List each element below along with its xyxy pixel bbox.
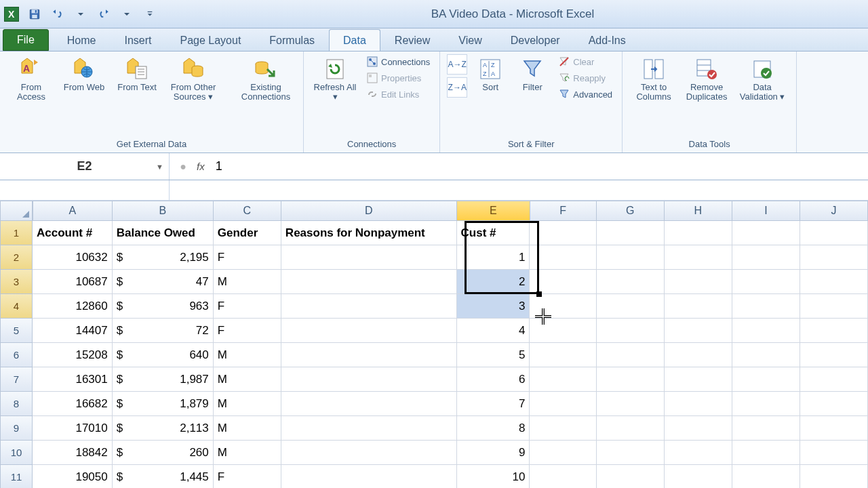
cell[interactable] — [597, 465, 665, 488]
clear-button[interactable]: Clear — [555, 54, 615, 69]
cell[interactable]: $640 — [113, 343, 214, 367]
name-box[interactable]: E2▼ — [0, 153, 170, 180]
header-reasons[interactable]: Reasons for Nonpayment — [281, 221, 457, 245]
column-header-C[interactable]: C — [214, 201, 281, 221]
cell[interactable] — [665, 245, 732, 270]
formula-input[interactable] — [212, 157, 868, 176]
remove-duplicates-button[interactable]: Remove Duplicates — [682, 54, 731, 103]
cell[interactable] — [597, 416, 665, 441]
cell[interactable]: 3 — [457, 294, 530, 319]
cell[interactable]: $1,445 — [113, 465, 214, 488]
connections-button[interactable]: Connections — [363, 54, 433, 69]
cell[interactable] — [800, 441, 868, 465]
cell[interactable] — [665, 343, 732, 367]
cell[interactable]: M — [214, 392, 281, 416]
cell[interactable] — [281, 367, 457, 392]
existing-connections-button[interactable]: Existing Connections — [235, 54, 296, 103]
row-header[interactable]: 1 — [0, 221, 33, 245]
cell[interactable] — [597, 367, 665, 392]
cell[interactable] — [530, 270, 596, 294]
cell[interactable] — [732, 465, 800, 488]
sort-button[interactable]: AZZA Sort — [471, 54, 509, 94]
cell[interactable] — [800, 245, 868, 270]
cell[interactable]: 12860 — [33, 294, 113, 319]
cell[interactable]: $72 — [113, 319, 214, 343]
cell[interactable]: F — [214, 245, 281, 270]
cell[interactable] — [597, 294, 665, 319]
cell[interactable]: M — [214, 441, 281, 465]
cell[interactable]: 9 — [457, 441, 530, 465]
cell[interactable] — [530, 245, 596, 270]
cell[interactable]: 10632 — [33, 245, 113, 270]
row-header[interactable]: 4 — [0, 294, 33, 319]
tab-home[interactable]: Home — [53, 29, 111, 51]
cell[interactable]: 16682 — [33, 392, 113, 416]
reapply-button[interactable]: Reapply — [555, 70, 615, 85]
column-header-B[interactable]: B — [113, 201, 214, 221]
tab-page-layout[interactable]: Page Layout — [165, 29, 255, 51]
row-header[interactable]: 5 — [0, 319, 33, 343]
cell[interactable] — [281, 294, 457, 319]
cell[interactable] — [665, 441, 732, 465]
row-header[interactable]: 7 — [0, 367, 33, 392]
sort-az-button[interactable]: A→Z — [447, 54, 467, 75]
cell[interactable] — [800, 319, 868, 343]
qat-customize[interactable] — [140, 5, 159, 23]
tab-formulas[interactable]: Formulas — [255, 29, 329, 51]
cell[interactable] — [530, 392, 596, 416]
row-header[interactable]: 8 — [0, 392, 33, 416]
cell[interactable]: 4 — [457, 319, 530, 343]
cell[interactable] — [597, 245, 665, 270]
cell[interactable] — [800, 416, 868, 441]
cell[interactable] — [281, 245, 457, 270]
cell[interactable] — [281, 319, 457, 343]
column-header-E[interactable]: E — [457, 201, 530, 221]
tab-data[interactable]: Data — [329, 29, 380, 51]
cell[interactable] — [597, 270, 665, 294]
column-header-J[interactable]: J — [800, 201, 868, 221]
select-all-corner[interactable] — [0, 201, 33, 221]
cell[interactable]: 15208 — [33, 343, 113, 367]
fill-handle[interactable] — [536, 291, 542, 297]
cell[interactable] — [665, 270, 732, 294]
cell[interactable] — [281, 343, 457, 367]
cell[interactable]: 6 — [457, 367, 530, 392]
cell[interactable]: F — [214, 465, 281, 488]
edit-links-button[interactable]: Edit Links — [363, 87, 433, 102]
cell[interactable]: 14407 — [33, 319, 113, 343]
cell[interactable]: $1,987 — [113, 367, 214, 392]
cell[interactable]: F — [214, 319, 281, 343]
text-to-columns-button[interactable]: Text to Columns — [629, 54, 678, 103]
column-header-G[interactable]: G — [597, 201, 665, 221]
cell[interactable] — [732, 245, 800, 270]
cell[interactable]: M — [214, 416, 281, 441]
row-header[interactable]: 11 — [0, 465, 33, 488]
column-header-D[interactable]: D — [281, 201, 457, 221]
cell[interactable]: 1 — [457, 245, 530, 270]
cell[interactable] — [530, 441, 596, 465]
column-header-A[interactable]: A — [33, 201, 113, 221]
cell[interactable] — [597, 392, 665, 416]
cell[interactable]: 19050 — [33, 465, 113, 488]
from-web-button[interactable]: From Web — [60, 54, 108, 94]
cell[interactable] — [530, 416, 596, 441]
from-access-button[interactable]: A From Access — [7, 54, 56, 103]
cell[interactable]: M — [214, 270, 281, 294]
cell[interactable] — [530, 343, 596, 367]
file-tab[interactable]: File — [3, 29, 49, 51]
properties-button[interactable]: Properties — [363, 70, 433, 85]
from-other-sources-button[interactable]: From Other Sources ▾ — [165, 54, 221, 103]
tab-insert[interactable]: Insert — [110, 29, 165, 51]
cell[interactable] — [732, 221, 800, 245]
cell[interactable] — [281, 270, 457, 294]
cell[interactable] — [732, 319, 800, 343]
tab-add-ins[interactable]: Add-Ins — [574, 29, 640, 51]
tab-review[interactable]: Review — [380, 29, 444, 51]
cell[interactable] — [597, 221, 665, 245]
cell[interactable] — [665, 294, 732, 319]
cell[interactable] — [281, 465, 457, 488]
cell[interactable]: M — [214, 343, 281, 367]
cell[interactable] — [800, 294, 868, 319]
header-balance[interactable]: Balance Owed — [113, 221, 214, 245]
header-gender[interactable]: Gender — [214, 221, 281, 245]
